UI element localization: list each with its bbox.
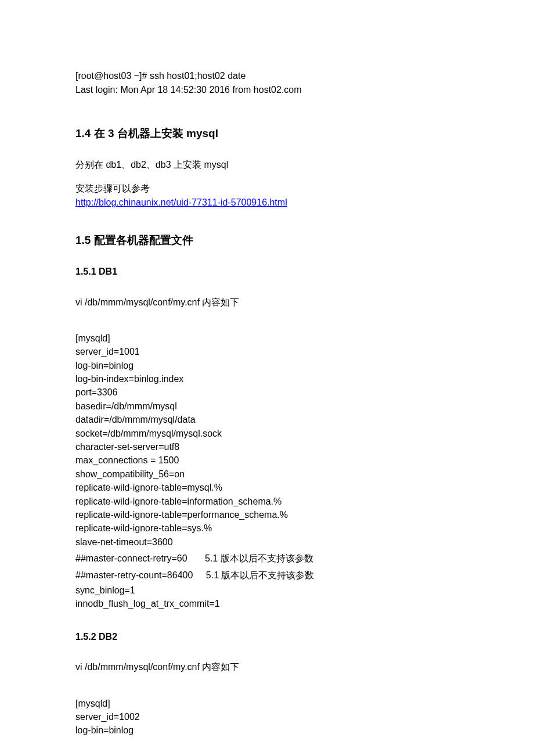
config-note: 5.1 版本以后不支持该参数 [206,570,315,580]
config-line: port=3306 [75,386,459,399]
heading-1-4: 1.4 在 3 台机器上安装 mysql [75,126,459,142]
config-line: innodb_flush_log_at_trx_commit=1 [75,597,459,610]
config-line: log-bin=binlog [75,359,459,372]
code-line: [root@host03 ~]# ssh host01;host02 date [75,70,459,82]
paragraph: 分别在 db1、db2、db3 上安装 mysql [75,159,459,171]
config-line: server_id=1001 [75,345,459,358]
config-line: replicate-wild-ignore-table=information_… [75,495,459,508]
heading-1-5-2: 1.5.2 DB2 [75,631,459,643]
config-note: 5.1 版本以后不支持该参数 [205,553,313,563]
config-line: replicate-wild-ignore-table=performance_… [75,509,459,521]
config-line: replicate-wild-ignore-table=mysql.% [75,481,459,494]
db1-config-block: [mysqld] server_id=1001 log-bin=binlog l… [75,332,459,611]
config-line: character-set-server=utf8 [75,441,459,453]
vi-intro: vi /db/mmm/mysql/conf/my.cnf 内容如下 [75,296,459,309]
ssh-output-block: [root@host03 ~]# ssh host01;host02 date … [75,70,459,97]
config-line: basedir=/db/mmm/mysql [75,400,459,413]
config-line: ##master-retry-count=86400 5.1 版本以后不支持该参… [75,569,459,582]
config-line: ##master-connect-retry=60 5.1 版本以后不支持该参数 [75,552,459,565]
config-line: replicate-wild-ignore-table=sys.% [75,522,459,535]
config-line: datadir=/db/mmm/mysql/data [75,413,459,426]
config-line: slave-net-timeout=3600 [75,536,459,549]
config-line: socket=/db/mmm/mysql/mysql.sock [75,427,459,440]
config-line: log-bin=binlog [75,724,459,737]
config-line: sync_binlog=1 [75,584,459,597]
config-line: log-bin-index=binlog.index [75,373,459,386]
config-line: [mysqld] [75,697,459,710]
config-fragment: ##master-retry-count=86400 [75,570,193,580]
config-fragment: ##master-connect-retry=60 [75,553,187,563]
link-line: http://blog.chinaunix.net/uid-77311-id-5… [75,196,459,209]
heading-1-5-1: 1.5.1 DB1 [75,265,459,278]
db2-config-block: [mysqld] server_id=1002 log-bin=binlog [75,697,459,737]
config-line: [mysqld] [75,332,459,345]
paragraph: 安装步骤可以参考 [75,182,459,195]
code-line: Last login: Mon Apr 18 14:52:30 2016 fro… [75,84,459,96]
reference-link[interactable]: http://blog.chinaunix.net/uid-77311-id-5… [75,197,287,207]
config-line: max_connections = 1500 [75,454,459,467]
heading-1-5: 1.5 配置各机器配置文件 [75,233,459,249]
vi-intro: vi /db/mmm/mysql/conf/my.cnf 内容如下 [75,661,459,674]
config-line: show_compatibility_56=on [75,468,459,481]
config-line: server_id=1002 [75,711,459,723]
